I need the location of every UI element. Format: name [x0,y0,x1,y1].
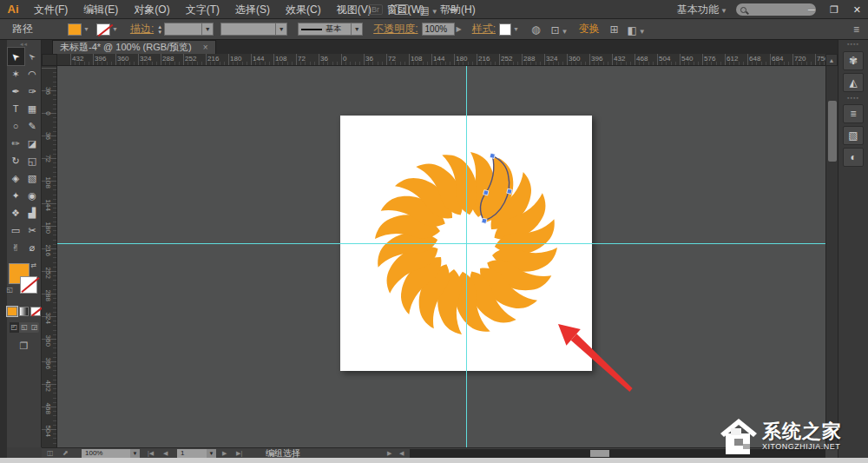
rotate-tool[interactable]: ↻ [8,152,24,169]
menu-item-2[interactable]: 对象(O) [126,0,177,19]
blob-brush-tool[interactable]: ✑ [24,83,41,100]
draw-behind-button[interactable]: ◱ [20,322,30,333]
search-box[interactable] [736,3,816,16]
lasso-tool[interactable]: ◠ [24,65,41,83]
color-guide-panel-icon[interactable]: ◭ [843,73,864,92]
fill-swatch[interactable] [68,23,82,36]
type-tool[interactable]: T [8,100,24,117]
horizontal-scrollbar-thumb[interactable] [590,450,609,457]
arrange-documents-button[interactable]: ▤▼ [420,2,438,17]
fill-color-control[interactable]: ▼ [68,23,89,36]
horizontal-guide[interactable] [57,243,825,244]
anchor-point[interactable] [507,189,512,194]
stroke-weight-label[interactable]: 描边: [130,22,154,36]
selection-tool[interactable]: ➤ [8,48,24,65]
stroke-weight-dropdown[interactable]: ▼ [202,23,214,36]
menu-item-4[interactable]: 选择(S) [227,0,278,19]
close-button[interactable]: ✕ [853,4,861,16]
ellipse-tool[interactable]: ○ [8,117,24,135]
anchor-point[interactable] [482,218,487,223]
artboard-number-field[interactable]: 1 [177,449,207,458]
document-tab[interactable]: 未标题-4* @ 100% (RGB/预览) × [52,40,216,54]
stroke-panel-icon[interactable]: ≡ [843,104,864,123]
menu-item-0[interactable]: 文件(F) [26,0,76,19]
stroke-swatch-none[interactable] [96,23,110,36]
magic-wand-tool[interactable]: ✶ [8,65,24,83]
draw-inside-button[interactable]: ◲ [30,322,39,333]
gradient-tool[interactable]: ▧ [24,169,41,187]
rectangle-grid-tool[interactable]: ▦ [24,100,41,117]
paintbrush-tool[interactable]: ✎ [24,117,41,135]
width-profile-dropdown[interactable]: ▼ [276,23,287,36]
vertical-scrollbar-thumb[interactable] [828,101,837,162]
gradient-panel-icon[interactable]: ▧ [843,126,864,145]
cs-live-icon[interactable]: ➥ [450,3,458,16]
draw-normal-button[interactable]: ◰ [10,322,19,333]
style-swatch-control[interactable]: ▼ [499,23,519,36]
menu-item-3[interactable]: 文字(T) [178,0,227,19]
pen-tool[interactable]: ✒ [8,83,24,100]
direct-selection-tool[interactable]: ➢ [24,48,41,65]
color-panel-icon[interactable]: ✾ [843,51,864,70]
zoom-dropdown-icon[interactable]: ▼ [130,449,140,458]
dock-group-grip[interactable]: ▪▪▪▪ [838,95,868,102]
stroke-color-control[interactable]: ▼ [96,23,118,36]
scale-tool[interactable]: ◱ [24,152,41,169]
tab-close-icon[interactable]: × [203,43,208,52]
tools-panel-collapse[interactable]: ◂◂ [7,40,41,48]
screen-mode-button[interactable]: ❐ [7,341,41,352]
ruler-origin-corner[interactable] [42,54,57,66]
style-label[interactable]: 样式: [472,22,496,36]
column-graph-tool[interactable]: ▟ [24,204,41,222]
vertical-guide[interactable] [466,66,467,447]
symbol-sprayer-tool[interactable]: ❖ [8,204,24,222]
menu-item-1[interactable]: 编辑(E) [76,0,126,19]
stock-icon[interactable]: St [394,4,409,15]
default-fill-stroke-icon[interactable]: ◱ [7,286,14,294]
isolate-control[interactable]: ◧▼ [627,22,645,37]
transparency-panel-icon[interactable]: ◐ [843,148,864,167]
blend-tool[interactable]: ◉ [24,187,41,204]
dock-grip[interactable]: ▪▪▪▪ [838,40,868,49]
pencil-tool[interactable]: ✏ [8,135,24,152]
eraser-tool[interactable]: ◪ [24,135,41,152]
vertical-scrollbar[interactable] [825,66,838,447]
width-profile-field[interactable] [220,23,276,36]
eyedropper-tool[interactable]: ✦ [8,187,24,204]
none-mode-button[interactable] [30,307,41,316]
vertical-ruler[interactable]: 3603672108144180216252288324360396432468… [42,66,57,447]
horizontal-ruler[interactable]: 4323963603242882522161801441087236036721… [57,54,825,66]
panel-menu-icon[interactable]: ≡ [853,23,859,36]
zoom-tool[interactable]: ⌀ [24,239,41,256]
workspace-switcher[interactable]: 基本功能▼ [677,0,727,19]
artboard-dropdown-icon[interactable]: ▼ [207,449,216,458]
bridge-icon[interactable]: Br [368,4,383,15]
stroke-weight-stepper[interactable]: ▲▼ [157,24,162,35]
opacity-label[interactable]: 不透明度: [373,22,418,36]
anchor-point[interactable] [483,190,489,195]
brush-definition-control[interactable]: 基本 ▼ [298,23,363,36]
stroke-color-indicator[interactable] [20,276,37,294]
canvas-pasteboard[interactable] [57,66,825,447]
align-icon[interactable]: ⊞ [609,23,618,36]
minimize-button[interactable]: ─ [808,4,815,15]
color-mode-button[interactable] [7,307,17,316]
stroke-weight-field[interactable] [164,23,202,36]
anchor-point[interactable] [490,153,495,158]
zoom-level-field[interactable]: 100% [82,449,130,458]
mesh-tool[interactable]: ◈ [8,169,24,187]
restore-button[interactable]: ❐ [830,4,838,16]
mask-control[interactable]: ⊡▼ [550,22,568,37]
swap-fill-stroke-icon[interactable]: ⇄ [31,261,37,269]
artboard-tool[interactable]: ▭ [8,222,24,239]
menu-item-5[interactable]: 效果(C) [278,0,329,19]
opacity-dropdown-icon[interactable]: ▶ [457,25,462,33]
transform-link[interactable]: 变换 [578,22,599,36]
document-setup-icon[interactable]: ◍ [531,23,540,36]
slice-tool[interactable]: ✂ [24,222,41,239]
hand-tool[interactable]: ✌ [8,239,24,256]
gradient-mode-button[interactable] [19,307,30,316]
opacity-field[interactable]: 100% [422,23,455,36]
scroll-up-arrow[interactable]: ▲ [825,54,838,66]
brush-definition-dropdown[interactable]: ▼ [352,23,363,36]
